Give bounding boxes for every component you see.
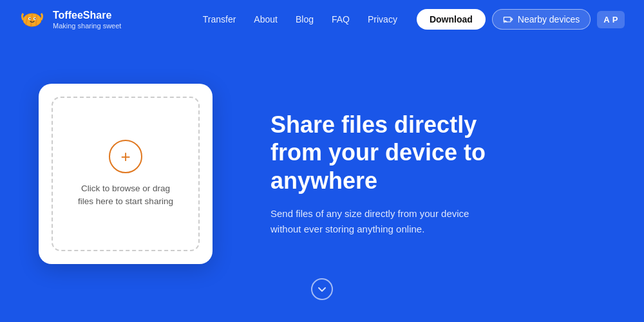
logo-icon [19,6,46,33]
nearby-label: Nearby devices [518,14,580,24]
scroll-indicator[interactable] [311,278,333,300]
add-files-icon: + [109,140,142,173]
logo-subtitle: Making sharing sweet [53,22,121,30]
cast-icon [503,14,513,24]
logo-text-group: ToffeeShare Making sharing sweet [53,9,121,29]
drop-zone[interactable]: + Click to browse or drag files here to … [39,84,213,264]
header: ToffeeShare Making sharing sweet Transfe… [0,0,644,39]
nav-faq[interactable]: FAQ [332,14,350,24]
nav-about[interactable]: About [254,14,278,24]
drop-zone-label: Click to browse or drag files here to st… [74,182,177,209]
download-button[interactable]: Download [417,9,486,30]
nav-transfer[interactable]: Transfer [203,14,236,24]
logo-area: ToffeeShare Making sharing sweet [19,6,121,33]
main-nav: Transfer About Blog FAQ Privacy [203,14,397,24]
drop-zone-inner: + Click to browse or drag files here to … [52,97,200,251]
main-content: + Click to browse or drag files here to … [0,39,644,309]
svg-line-4 [36,15,37,25]
hero-text: Share files directly from your device to… [270,111,605,237]
drop-zone-wrapper: + Click to browse or drag files here to … [39,84,219,264]
header-actions: Download Nearby devices A P [417,9,625,30]
hero-title: Share files directly from your device to… [270,111,528,194]
avatar-button[interactable]: A P [597,11,625,28]
chevron-down-icon [317,285,327,294]
nearby-devices-button[interactable]: Nearby devices [492,9,591,30]
toffee-logo-svg [19,6,45,32]
svg-point-7 [30,18,31,19]
hero-subtitle: Send files of any size directly from you… [270,206,489,237]
svg-point-8 [35,18,36,19]
logo-title: ToffeeShare [53,9,121,21]
nav-privacy[interactable]: Privacy [368,14,397,24]
nav-blog[interactable]: Blog [296,14,314,24]
